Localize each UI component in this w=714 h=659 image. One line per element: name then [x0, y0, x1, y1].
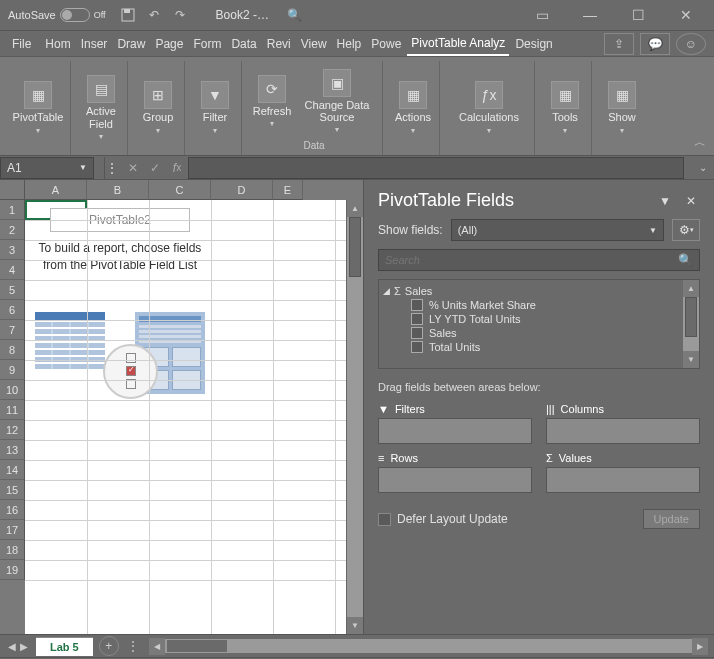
save-icon[interactable]	[120, 7, 136, 23]
column-header[interactable]: C	[149, 180, 211, 200]
field-checkbox[interactable]	[411, 341, 423, 353]
tab-power[interactable]: Powe	[367, 33, 405, 55]
tab-help[interactable]: Help	[333, 33, 366, 55]
tab-draw[interactable]: Draw	[113, 33, 149, 55]
fields-pane-dropdown-icon[interactable]: ▼	[656, 194, 674, 208]
active-field-button[interactable]: ▤Active Field▾	[79, 63, 123, 153]
tab-data[interactable]: Data	[227, 33, 260, 55]
row-header[interactable]: 9	[0, 360, 25, 380]
refresh-button[interactable]: ⟳Refresh▾	[250, 63, 294, 140]
formula-input[interactable]	[188, 157, 684, 179]
minimize-button[interactable]: —	[570, 5, 610, 25]
ribbon-display-icon[interactable]: ▭	[522, 5, 562, 25]
calculations-button[interactable]: ƒxCalculations▾	[448, 63, 530, 153]
filters-area[interactable]: ▼Filters	[378, 403, 532, 444]
row-header[interactable]: 11	[0, 400, 25, 420]
rows-area[interactable]: ≡Rows	[378, 452, 532, 493]
values-area[interactable]: ΣValues	[546, 452, 700, 493]
collapse-ribbon-icon[interactable]: ︿	[694, 134, 706, 151]
scroll-down-icon[interactable]: ▼	[347, 617, 363, 634]
close-pane-icon[interactable]: ✕	[682, 194, 700, 208]
scroll-up-icon[interactable]: ▲	[347, 200, 363, 217]
row-header[interactable]: 3	[0, 240, 25, 260]
field-checkbox[interactable]	[411, 327, 423, 339]
horizontal-scrollbar[interactable]: ◀ ▶	[149, 638, 714, 655]
account-button[interactable]: ☺	[676, 33, 706, 55]
row-header[interactable]: 7	[0, 320, 25, 340]
select-all-corner[interactable]	[0, 180, 25, 200]
row-header[interactable]: 10	[0, 380, 25, 400]
row-header[interactable]: 18	[0, 540, 25, 560]
row-header[interactable]: 13	[0, 440, 25, 460]
tab-pivottable-analyze[interactable]: PivotTable Analyz	[407, 32, 509, 56]
vertical-scrollbar[interactable]: ▲ ▼	[346, 200, 363, 634]
field-checkbox[interactable]	[411, 313, 423, 325]
column-header[interactable]: B	[87, 180, 149, 200]
undo-icon[interactable]: ↶	[146, 7, 162, 23]
columns-area[interactable]: |||Columns	[546, 403, 700, 444]
gear-icon[interactable]: ⚙▾	[672, 219, 700, 241]
field-item[interactable]: % Units Market Share	[383, 298, 679, 312]
row-header[interactable]: 14	[0, 460, 25, 480]
actions-button[interactable]: ▦Actions▾	[391, 63, 435, 153]
expand-formula-bar-icon[interactable]: ⌄	[696, 162, 710, 173]
maximize-button[interactable]: ☐	[618, 5, 658, 25]
field-item[interactable]: Sales	[383, 326, 679, 340]
scroll-left-icon[interactable]: ◀	[149, 638, 165, 655]
cells-area[interactable]: PivotTable2 To build a report, choose fi…	[25, 200, 346, 634]
tab-review[interactable]: Revi	[263, 33, 295, 55]
autosave-switch[interactable]	[60, 8, 90, 22]
filter-button[interactable]: ▼Filter▾	[193, 63, 237, 153]
row-header[interactable]: 5	[0, 280, 25, 300]
tab-file[interactable]: File	[8, 33, 35, 55]
row-header[interactable]: 16	[0, 500, 25, 520]
comments-button[interactable]: 💬	[640, 33, 670, 55]
row-header[interactable]: 8	[0, 340, 25, 360]
row-header[interactable]: 17	[0, 520, 25, 540]
defer-checkbox[interactable]	[378, 513, 391, 526]
column-header[interactable]: A	[25, 180, 87, 200]
update-button[interactable]: Update	[643, 509, 700, 529]
column-header[interactable]: D	[211, 180, 273, 200]
tab-view[interactable]: View	[297, 33, 331, 55]
collapse-icon[interactable]: ◢	[383, 286, 390, 296]
group-button[interactable]: ⊞Group▾	[136, 63, 180, 153]
tab-nav-next-icon[interactable]: ▶	[20, 641, 28, 652]
scroll-right-icon[interactable]: ▶	[692, 638, 708, 655]
search-input[interactable]	[385, 254, 678, 266]
row-header[interactable]: 2	[0, 220, 25, 240]
row-header[interactable]: 1	[0, 200, 25, 220]
row-header[interactable]: 6	[0, 300, 25, 320]
name-box[interactable]: A1▼	[0, 157, 94, 179]
search-icon[interactable]: 🔍	[287, 7, 303, 23]
redo-icon[interactable]: ↷	[172, 7, 188, 23]
show-fields-select[interactable]: (All)▼	[451, 219, 664, 241]
row-header[interactable]: 19	[0, 560, 25, 580]
cancel-formula-icon[interactable]: ✕	[122, 157, 144, 179]
scroll-thumb[interactable]	[349, 217, 361, 277]
field-item[interactable]: Total Units	[383, 340, 679, 354]
field-item[interactable]: LY YTD Total Units	[383, 312, 679, 326]
show-button[interactable]: ▦Show▾	[600, 63, 644, 153]
tab-formulas[interactable]: Form	[189, 33, 225, 55]
close-button[interactable]: ✕	[666, 5, 706, 25]
pivottable-button[interactable]: ▦PivotTable▾	[10, 63, 66, 153]
row-header[interactable]: 12	[0, 420, 25, 440]
fields-search[interactable]: 🔍	[378, 249, 700, 271]
field-checkbox[interactable]	[411, 299, 423, 311]
search-icon[interactable]: 🔍	[678, 253, 693, 267]
scroll-thumb[interactable]	[167, 640, 227, 652]
tab-home[interactable]: Hom	[41, 33, 74, 55]
sheet-tab[interactable]: Lab 5	[36, 637, 93, 656]
enter-formula-icon[interactable]: ✓	[144, 157, 166, 179]
tab-design[interactable]: Design	[511, 33, 556, 55]
chevron-down-icon[interactable]: ▼	[79, 163, 87, 172]
tab-page[interactable]: Page	[151, 33, 187, 55]
tab-insert[interactable]: Inser	[77, 33, 112, 55]
share-button[interactable]: ⇪	[604, 33, 634, 55]
autosave-toggle[interactable]: AutoSave Off	[8, 8, 106, 22]
add-sheet-button[interactable]: +	[99, 636, 119, 656]
column-header[interactable]: E	[273, 180, 303, 200]
row-header[interactable]: 15	[0, 480, 25, 500]
row-header[interactable]: 4	[0, 260, 25, 280]
